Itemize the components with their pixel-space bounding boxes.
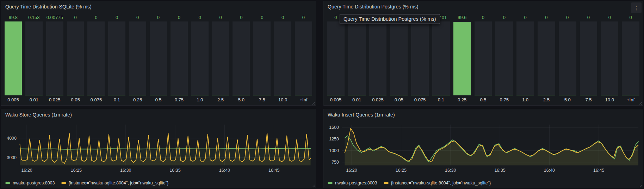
panel-waku-insert-queries: Waku Insert Queries (1m rate) 16:2016:25… <box>323 109 643 188</box>
bar[interactable] <box>495 95 513 95</box>
bar-value-label: 0 <box>212 13 229 21</box>
bar-column: 010.0 <box>601 13 618 104</box>
bar[interactable] <box>538 95 555 95</box>
bar[interactable] <box>295 95 312 95</box>
bar[interactable] <box>516 95 534 95</box>
bar[interactable] <box>108 95 125 95</box>
bar-column: 00.25 <box>129 13 146 104</box>
bar-track <box>580 21 597 95</box>
bar[interactable] <box>5 21 22 95</box>
bar-value-label: 0 <box>274 13 291 21</box>
bar-value-label: 99.8 <box>5 13 22 21</box>
bar-value-label: 0.00775 <box>46 13 63 21</box>
y-axis-tick-label: 3000 <box>7 155 17 160</box>
bar[interactable] <box>453 22 471 95</box>
bar-track <box>87 21 105 95</box>
bar-category-label: 0.025 <box>369 95 387 104</box>
bar-column: 00.1 <box>108 13 125 104</box>
bar-value-label: 0 <box>495 13 513 21</box>
bar-value-label: 0 <box>622 13 639 21</box>
bar-value-label: 0 <box>538 13 555 21</box>
legend-series-label: nwaku-postgres:8003 <box>335 181 377 185</box>
bar-category-label: 0.05 <box>67 95 84 104</box>
bar[interactable] <box>129 95 146 95</box>
bar[interactable] <box>390 95 408 95</box>
bar-category-label: +Inf <box>295 95 312 104</box>
panel-resize-handle[interactable] <box>312 101 315 105</box>
bar[interactable] <box>150 95 167 95</box>
bar[interactable] <box>475 95 492 95</box>
bar-value-label: 0 <box>171 13 188 21</box>
legend-item[interactable]: {instance="nwaku-sqlite:8004", job="nwak… <box>384 181 491 185</box>
bar[interactable] <box>212 95 229 95</box>
bar-category-label: 0.075 <box>87 95 105 104</box>
bar-track <box>390 21 408 95</box>
bar-column: 99.80.005 <box>5 13 22 104</box>
bar-value-label: 0 <box>67 13 84 21</box>
bar-category-label: 0.75 <box>171 95 188 104</box>
y-axis-tick-label: 1250 <box>329 137 339 141</box>
bar[interactable] <box>559 95 576 95</box>
bar-column: 00.005 <box>327 13 345 104</box>
panel-waku-store-queries: Waku Store Queries (1m rate) 16:2016:251… <box>1 109 316 188</box>
grafana-dashboard: Query Time Distribution SQLite (% ms) 99… <box>0 0 644 189</box>
panel-header: Query Time Distribution SQLite (% ms) <box>1 1 316 12</box>
panel-title[interactable]: Query Time Distribution Postgres (% ms) <box>328 4 419 10</box>
bar[interactable] <box>580 95 597 95</box>
bar-category-label: 0.1 <box>432 95 450 104</box>
bar-track <box>495 21 513 95</box>
bar-track <box>171 21 188 95</box>
bar-column: 99.60.25 <box>453 13 471 104</box>
bar[interactable] <box>369 95 387 95</box>
bar-category-label: 0.25 <box>129 95 146 104</box>
bar[interactable] <box>327 95 345 95</box>
bar[interactable] <box>622 95 639 95</box>
bar-category-label: 0.075 <box>411 95 429 104</box>
bar-value-label: 0 <box>475 13 492 21</box>
y-axis-tick-label: 750 <box>332 160 339 165</box>
bar[interactable] <box>191 95 209 95</box>
panel-title-tooltip: Query Time Distribution Postgres (% ms) <box>340 14 440 24</box>
bar-column: 0.1530.01 <box>25 13 43 104</box>
bar-track <box>129 21 146 95</box>
bar-column: 00.5 <box>150 13 167 104</box>
bar[interactable] <box>233 95 250 95</box>
bar[interactable] <box>25 95 43 95</box>
bar-column: 0.007750.025 <box>46 13 63 104</box>
bar[interactable] <box>274 95 291 95</box>
panel-resize-handle[interactable] <box>312 184 315 187</box>
panel-resize-handle[interactable] <box>639 184 642 187</box>
panel-title[interactable]: Waku Insert Queries (1m rate) <box>328 112 395 118</box>
bar[interactable] <box>348 95 366 95</box>
legend-item[interactable]: nwaku-postgres:8003 <box>328 181 377 185</box>
bar-column: 0.4010.1 <box>432 13 450 104</box>
bar[interactable] <box>411 95 429 95</box>
bar[interactable] <box>432 95 450 95</box>
bar-category-label: 2.5 <box>212 95 229 104</box>
panel-menu-icon[interactable]: ⋮ <box>631 2 642 13</box>
bar[interactable] <box>253 95 271 95</box>
series-area <box>345 128 638 166</box>
panel-title[interactable]: Query Time Distribution SQLite (% ms) <box>5 4 92 10</box>
panel-query-time-sqlite: Query Time Distribution SQLite (% ms) 99… <box>1 1 316 106</box>
bar[interactable] <box>46 95 63 95</box>
bar-track <box>150 21 167 95</box>
bar-column: 0+Inf <box>622 13 639 104</box>
panel-resize-handle[interactable] <box>639 101 642 105</box>
bar-column: 0+Inf <box>295 13 312 104</box>
legend-item[interactable]: nwaku-postgres:8003 <box>5 181 55 185</box>
bar[interactable] <box>601 95 618 95</box>
histogram-postgres: 00.00500.0100.02500.0500.0750.4010.199.6… <box>327 13 639 104</box>
bar-category-label: 2.5 <box>538 95 555 104</box>
panel-title[interactable]: Waku Store Queries (1m rate) <box>5 112 72 118</box>
bar-value-label: 0 <box>108 13 125 21</box>
bar-track <box>233 21 250 95</box>
x-axis-tick-label: 16:40 <box>219 168 230 173</box>
legend-series-swatch <box>61 182 66 184</box>
bar[interactable] <box>67 95 84 95</box>
bar-track <box>274 21 291 95</box>
bar[interactable] <box>171 95 188 95</box>
bar[interactable] <box>87 95 105 95</box>
bar-value-label: 0 <box>295 13 312 21</box>
legend-item[interactable]: {instance="nwaku-sqlite:8004", job="nwak… <box>61 181 169 185</box>
